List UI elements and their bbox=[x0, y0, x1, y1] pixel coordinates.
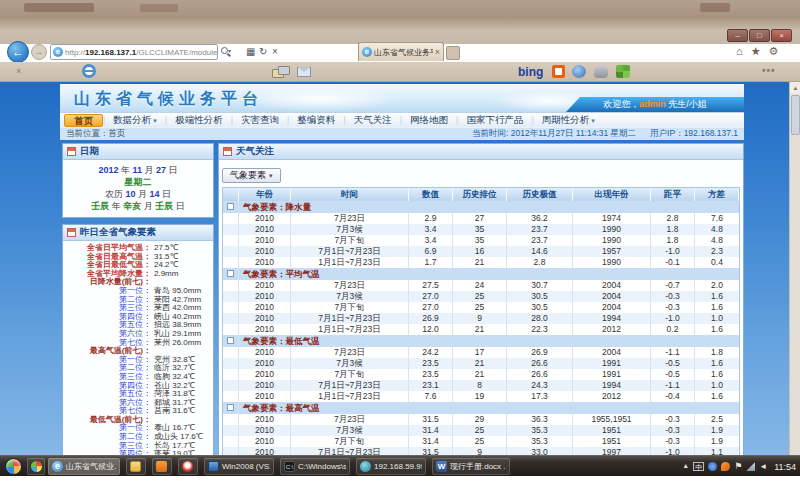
favorites-star-icon[interactable]: ★ bbox=[751, 45, 761, 58]
table-row[interactable]: 20107月下旬23.52126.61991-0.51.6 bbox=[223, 369, 739, 380]
menu-item-天气关注[interactable]: 天气关注 bbox=[346, 114, 400, 127]
table-row[interactable]: 20107月23日2.92736.219742.87.6 bbox=[223, 213, 739, 224]
scrollbar-thumb[interactable] bbox=[791, 95, 800, 135]
menu-item-国家下行产品[interactable]: 国家下行产品 bbox=[458, 114, 531, 127]
taskbar-button-192.168.59.99...[interactable]: 192.168.59.99... bbox=[356, 458, 426, 475]
start-button[interactable] bbox=[5, 458, 22, 475]
home-icon[interactable]: ⌂ bbox=[736, 45, 743, 58]
camera-app-icon[interactable] bbox=[572, 65, 586, 78]
table-row[interactable]: 20107月23日27.52430.72004-0.72.0 bbox=[223, 280, 739, 291]
mail-envelope-icon[interactable] bbox=[297, 67, 311, 77]
table-cell: 27.0 bbox=[409, 291, 453, 302]
back-button[interactable]: ← bbox=[7, 41, 29, 63]
group-label: 气象要素：最高气温 bbox=[239, 402, 739, 414]
browser-tab[interactable]: e 山东省气候业务平... × bbox=[358, 42, 444, 61]
ime-indicator[interactable]: 中 bbox=[693, 462, 704, 471]
table-row[interactable]: 20107月下旬31.42535.31951-0.31.9 bbox=[223, 436, 739, 447]
toolbar-close-icon[interactable]: × bbox=[16, 66, 21, 76]
tab-close-icon[interactable]: × bbox=[435, 47, 440, 57]
volume-icon[interactable]: ◄ bbox=[759, 462, 767, 471]
weather-focus-title: 天气关注 bbox=[236, 145, 274, 158]
menu-item-网络地图[interactable]: 网络地图 bbox=[402, 114, 456, 127]
compatibility-view-icon[interactable]: ▦ bbox=[246, 46, 255, 57]
table-cell: 7月3候 bbox=[291, 358, 409, 369]
taskbar-button-C:\Windows\s...[interactable]: C:\C:\Windows\s... bbox=[280, 458, 350, 475]
table-row[interactable]: 20101月1日~7月23日7.61917.32012-0.41.6 bbox=[223, 391, 739, 402]
security-tray-icon[interactable] bbox=[708, 462, 717, 471]
settings-gear-icon[interactable]: ⚙ bbox=[769, 45, 779, 58]
calendar-line: 星期二 bbox=[69, 176, 207, 188]
table-row[interactable]: 20107月23日31.52936.31955,1951-0.32.5 bbox=[223, 414, 739, 425]
page-scrollbar[interactable]: ▲ bbox=[789, 82, 800, 455]
forward-button[interactable]: → bbox=[31, 44, 47, 60]
menu-item-首页[interactable]: 首页 bbox=[64, 114, 103, 127]
table-cell: 17.3 bbox=[507, 391, 573, 402]
address-bar[interactable]: e http://192.168.137.1/GLCCLIMATE/module… bbox=[50, 44, 218, 60]
site-container: 山东省气候业务平台 欢迎您，admin 先生/小姐 首页|数据分析 ▾|极端性分… bbox=[60, 84, 744, 477]
group-checkbox[interactable] bbox=[227, 270, 234, 277]
menu-item-灾害查询[interactable]: 灾害查询 bbox=[233, 114, 287, 127]
table-row[interactable]: 20101月1日~7月23日12.02122.320120.21.6 bbox=[223, 324, 739, 335]
taskbar-clock[interactable]: 11:54 bbox=[774, 462, 796, 472]
table-cell: 7月1日~7月23日 bbox=[291, 246, 409, 257]
table-cell: 2010 bbox=[239, 391, 291, 402]
group-checkbox[interactable] bbox=[227, 404, 234, 411]
hidden-icons-arrow[interactable]: ▲ bbox=[682, 462, 689, 471]
menu-item-极端性分析[interactable]: 极端性分析 bbox=[167, 114, 231, 127]
table-cell: 21 bbox=[453, 358, 507, 369]
table-cell: 2010 bbox=[239, 235, 291, 246]
taskbar-button-山东省气候业..[interactable]: e山东省气候业.. bbox=[48, 458, 120, 475]
bing-logo[interactable]: bing bbox=[518, 65, 543, 79]
table-cell: 1.6 bbox=[695, 391, 739, 402]
taskbar-button-media-app[interactable] bbox=[178, 458, 198, 475]
element-filter-button[interactable]: 气象要素▾ bbox=[222, 168, 281, 183]
table-row[interactable]: 20107月3候31.42535.31951-0.31.9 bbox=[223, 425, 739, 436]
minimize-button[interactable]: – bbox=[727, 29, 748, 42]
green-puzzle-addon-icon[interactable] bbox=[616, 65, 630, 78]
menu-item-整编资料[interactable]: 整编资料 bbox=[289, 114, 343, 127]
person-contact-icon[interactable] bbox=[594, 65, 608, 78]
search-button[interactable]: ▾ bbox=[221, 45, 243, 60]
table-cell: 1991 bbox=[573, 358, 651, 369]
card-icon-2[interactable] bbox=[278, 66, 290, 75]
table-row[interactable]: 20107月3候3.43523.719901.84.8 bbox=[223, 224, 739, 235]
pinwheel-app-button[interactable] bbox=[27, 458, 45, 475]
remote-taskbar-icon bbox=[360, 461, 371, 472]
table-row[interactable]: 20107月下旬27.02530.52004-0.31.6 bbox=[223, 302, 739, 313]
table-cell: 2004 bbox=[573, 280, 651, 291]
bing-search-box-icon[interactable] bbox=[552, 65, 565, 78]
taskbar-button-folder[interactable] bbox=[126, 458, 146, 475]
taskbar-button-现行手册.docx ...[interactable]: W现行手册.docx ... bbox=[432, 458, 510, 475]
table-cell: 2012 bbox=[573, 324, 651, 335]
network-icon[interactable] bbox=[746, 462, 755, 471]
refresh-icon[interactable]: ↻ bbox=[259, 46, 267, 57]
action-center-flag-icon[interactable]: ⚑ bbox=[734, 462, 742, 471]
more-commands-icon[interactable]: ••• bbox=[762, 65, 776, 76]
folder-taskbar-icon bbox=[130, 461, 141, 472]
group-checkbox[interactable] bbox=[227, 203, 234, 210]
help-ring-icon[interactable] bbox=[82, 64, 96, 78]
table-row[interactable]: 20107月1日~7月23日6.91614.61957-1.02.3 bbox=[223, 246, 739, 257]
scrollbar-up-icon[interactable]: ▲ bbox=[790, 82, 800, 94]
menu-item-周期性分析[interactable]: 周期性分析 ▾ bbox=[534, 114, 603, 127]
close-button[interactable]: × bbox=[771, 29, 792, 42]
firefox-tray-icon[interactable] bbox=[721, 462, 730, 471]
new-tab-button[interactable] bbox=[446, 46, 460, 60]
table-cell: 7月下旬 bbox=[291, 302, 409, 313]
table-row[interactable]: 20107月23日24.21726.92004-1.11.8 bbox=[223, 347, 739, 358]
table-row[interactable]: 20107月1日~7月23日26.9928.01994-1.01.0 bbox=[223, 313, 739, 324]
taskbar-button-Win2008 (VS2...[interactable]: Win2008 (VS2... bbox=[204, 458, 274, 475]
maximize-button[interactable]: □ bbox=[749, 29, 770, 42]
table-cell: 1957 bbox=[573, 246, 651, 257]
table-cell: -0.3 bbox=[651, 425, 695, 436]
url-text: http://192.168.137.1/GLCCLIMATE/modules/… bbox=[65, 48, 218, 57]
stop-icon[interactable]: × bbox=[272, 46, 278, 57]
table-row[interactable]: 20101月1日~7月23日1.7212.81990-0.10.4 bbox=[223, 257, 739, 268]
taskbar-button-orange-app[interactable] bbox=[152, 458, 172, 475]
table-row[interactable]: 20107月3候23.52126.61991-0.51.6 bbox=[223, 358, 739, 369]
table-row[interactable]: 20107月1日~7月23日23.1824.31994-1.11.0 bbox=[223, 380, 739, 391]
table-row[interactable]: 20107月下旬3.43523.719901.84.8 bbox=[223, 235, 739, 246]
menu-item-数据分析[interactable]: 数据分析 ▾ bbox=[105, 114, 164, 127]
group-checkbox[interactable] bbox=[227, 337, 234, 344]
table-row[interactable]: 20107月3候27.02530.52004-0.31.6 bbox=[223, 291, 739, 302]
